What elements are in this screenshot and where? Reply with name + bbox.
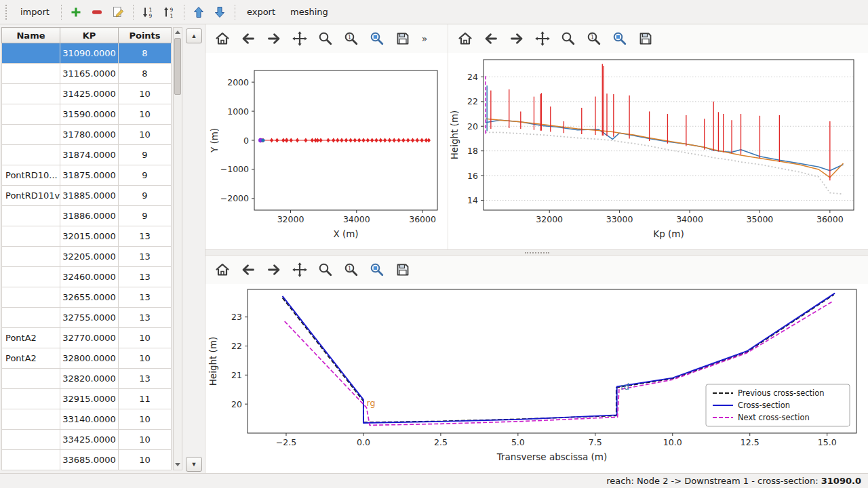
sort-descending-button[interactable]: 91 (160, 3, 178, 21)
cell-points[interactable]: 13 (119, 267, 172, 287)
cell-points[interactable]: 13 (119, 308, 172, 328)
table-row[interactable]: 31780.000010 (2, 125, 172, 145)
cell-name[interactable]: PontRD10... (2, 165, 60, 186)
cell-kp[interactable]: 32820.0000 (60, 369, 119, 389)
table-row[interactable]: 33140.000010 (2, 409, 172, 430)
table-row[interactable]: 31165.00008 (2, 64, 172, 84)
remove-cross-section-button[interactable] (88, 3, 106, 21)
table-row[interactable]: 31874.00009 (2, 145, 172, 165)
save-button[interactable] (393, 260, 413, 280)
menu-import[interactable]: import (14, 3, 56, 20)
cell-kp[interactable]: 33425.0000 (60, 430, 119, 450)
table-row[interactable]: 32655.000013 (2, 287, 172, 308)
table-row[interactable]: 31425.000010 (2, 84, 172, 104)
cell-kp[interactable]: 32800.0000 (60, 348, 119, 369)
table-row[interactable]: PontRD10...31875.00009 (2, 165, 172, 186)
zoom-button[interactable] (558, 28, 578, 49)
cell-kp[interactable]: 32655.0000 (60, 287, 119, 308)
cell-kp[interactable]: 31425.0000 (60, 84, 119, 104)
cell-kp[interactable]: 32755.0000 (60, 308, 119, 328)
edit-cross-section-button[interactable] (109, 3, 127, 21)
zoom-original-button[interactable]: 1 (341, 28, 361, 49)
cell-kp[interactable]: 33140.0000 (60, 409, 119, 430)
cell-kp[interactable]: 32770.0000 (60, 328, 119, 348)
add-cross-section-button[interactable] (67, 3, 85, 21)
cell-points[interactable]: 13 (119, 369, 172, 389)
cell-name[interactable] (2, 287, 60, 308)
cell-name[interactable] (2, 104, 60, 125)
home-button[interactable] (455, 28, 475, 49)
table-row[interactable]: PontRD101v31885.00009 (2, 186, 172, 206)
forward-button[interactable] (507, 28, 527, 49)
cell-points[interactable]: 10 (119, 348, 172, 369)
zoom-region-button[interactable] (367, 28, 387, 49)
table-row[interactable]: PontA232770.000010 (2, 328, 172, 348)
scrollbar-thumb[interactable] (174, 38, 181, 95)
cell-points[interactable]: 8 (119, 43, 172, 64)
table-row[interactable]: 32915.000011 (2, 389, 172, 409)
column-header-points[interactable]: Points (119, 28, 172, 43)
column-header-kp[interactable]: KP (60, 28, 119, 43)
cell-name[interactable]: PontRD101v (2, 186, 60, 206)
cell-points[interactable]: 10 (119, 328, 172, 348)
back-button[interactable] (481, 28, 501, 49)
zoom-button[interactable] (315, 28, 336, 49)
longitudinal-profile-chart[interactable]: 3200033000340003500036000141618202224Kp … (448, 53, 866, 248)
move-up-button[interactable] (190, 3, 208, 21)
table-row[interactable]: 32460.000013 (2, 267, 172, 287)
cell-points[interactable]: 9 (119, 145, 172, 165)
cell-points[interactable]: 10 (119, 84, 172, 104)
table-row[interactable]: 31590.000010 (2, 104, 172, 125)
forward-button[interactable] (264, 260, 284, 280)
forward-button[interactable] (264, 28, 284, 49)
table-row[interactable]: 33685.000010 (2, 450, 172, 470)
cell-name[interactable] (2, 247, 60, 267)
home-button[interactable] (212, 260, 233, 280)
zoom-region-button[interactable] (367, 260, 387, 280)
cell-name[interactable] (2, 226, 60, 247)
cell-points[interactable]: 13 (119, 226, 172, 247)
cell-points[interactable]: 10 (119, 450, 172, 470)
table-row[interactable]: PontA232800.000010 (2, 348, 172, 369)
plan-view-chart[interactable]: 320003400036000200010000−1000−2000X (m)Y… (205, 53, 447, 248)
zoom-button[interactable] (315, 260, 336, 280)
cell-points[interactable]: 10 (119, 409, 172, 430)
cell-kp[interactable]: 31780.0000 (60, 125, 119, 145)
scrollbar-track[interactable] (174, 96, 182, 460)
cell-kp[interactable]: 31874.0000 (60, 145, 119, 165)
cell-points[interactable]: 8 (119, 64, 172, 84)
cell-kp[interactable]: 33685.0000 (60, 450, 119, 470)
cell-kp[interactable]: 32015.0000 (60, 226, 119, 247)
cell-kp[interactable]: 32915.0000 (60, 389, 119, 409)
cell-kp[interactable]: 31165.0000 (60, 64, 119, 84)
cell-name[interactable] (2, 206, 60, 226)
pan-button[interactable] (532, 28, 553, 49)
table-row[interactable]: 32820.000013 (2, 369, 172, 389)
cell-points[interactable]: 9 (119, 165, 172, 186)
cell-name[interactable] (2, 125, 60, 145)
cross-section-table[interactable]: Name KP Points 31090.0000831165.00008314… (1, 27, 172, 470)
cell-name[interactable] (2, 389, 60, 409)
cell-kp[interactable]: 31886.0000 (60, 206, 119, 226)
scroll-down-icon[interactable] (174, 460, 182, 470)
cell-kp[interactable]: 31090.0000 (60, 43, 119, 64)
back-button[interactable] (238, 260, 258, 280)
cell-name[interactable] (2, 430, 60, 450)
cell-name[interactable] (2, 64, 60, 84)
back-button[interactable] (238, 28, 258, 49)
cell-kp[interactable]: 31885.0000 (60, 186, 119, 206)
cell-kp[interactable]: 32205.0000 (60, 247, 119, 267)
cell-name[interactable] (2, 450, 60, 470)
cell-points[interactable]: 11 (119, 389, 172, 409)
pan-button[interactable] (290, 28, 310, 49)
table-scrollbar[interactable] (173, 27, 182, 470)
cell-name[interactable] (2, 267, 60, 287)
cross-section-chart[interactable]: −2.50.02.55.07.510.012.515.020212223Tran… (205, 284, 867, 471)
cell-kp[interactable]: 31875.0000 (60, 165, 119, 186)
previous-cross-section-button[interactable]: ▲ (186, 28, 202, 43)
zoom-original-button[interactable]: 1 (341, 260, 361, 280)
scroll-up-icon[interactable] (174, 28, 182, 37)
zoom-region-button[interactable] (610, 28, 630, 49)
cell-name[interactable] (2, 409, 60, 430)
zoom-original-button[interactable]: 1 (584, 28, 604, 49)
